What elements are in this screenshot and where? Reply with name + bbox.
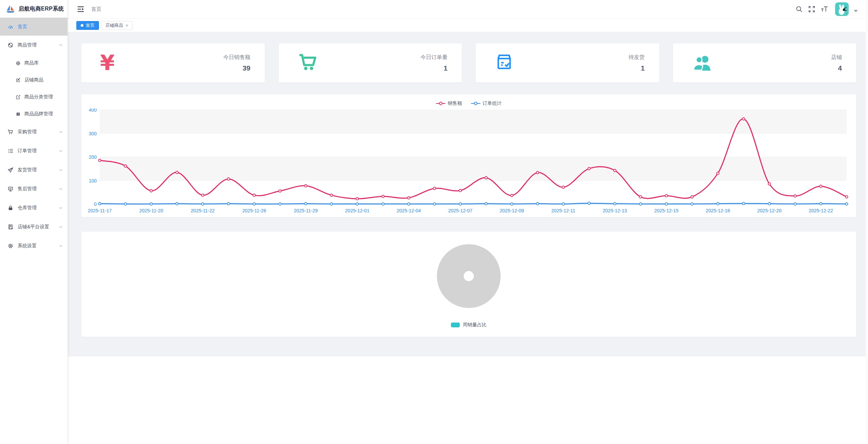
monitor-check-icon <box>7 186 14 192</box>
svg-text:2025-12-13: 2025-12-13 <box>603 208 627 213</box>
stat-card-shops: 店铺 4 <box>673 43 856 82</box>
search-icon[interactable] <box>795 5 803 13</box>
sidebar-section-purchase-management: 采购管理 <box>0 122 67 141</box>
yen-icon: ¥ <box>100 52 122 74</box>
sidebar-item-label: 商品库 <box>24 60 39 66</box>
svg-text:2025-11-22: 2025-11-22 <box>191 208 215 213</box>
week-sales-donut-card: 周销量占比 <box>81 232 856 337</box>
stat-card-value: 1 <box>629 64 645 72</box>
svg-text:2025-11-17: 2025-11-17 <box>88 208 112 213</box>
avatar[interactable] <box>835 2 849 16</box>
week-sales-donut-chart <box>87 232 850 316</box>
stat-card-text: 今日销售额 39 <box>223 54 251 72</box>
chevron-down-icon <box>59 206 63 210</box>
tab-home[interactable]: 首页 <box>76 21 99 30</box>
tab-shop-products[interactable]: 店铺商品× <box>101 21 133 30</box>
tab-label: 店铺商品 <box>105 22 123 28</box>
sidebar-item-aftersale-management[interactable]: 售后管理 <box>0 179 67 198</box>
app-logo: 启航电商ERP系统 <box>0 0 67 18</box>
sidebar-item-label: 商品分类管理 <box>24 94 53 100</box>
breadcrumb[interactable]: 首页 <box>91 6 101 13</box>
sidebar-item-product-management[interactable]: 商品管理 <box>0 36 67 55</box>
sidebar-section-shop-platform-settings: 店铺&平台设置 <box>0 217 67 236</box>
svg-text:0: 0 <box>94 201 97 207</box>
sidebar-submenu-product-management: 商品库 店铺商品 商品分类管理 商品品牌管理 <box>0 55 67 122</box>
stat-card-value: 1 <box>420 64 448 72</box>
topbar: 首页 <box>68 0 868 19</box>
svg-text:2025-12-01: 2025-12-01 <box>345 208 370 213</box>
donut-chart-legend[interactable]: 周销量占比 <box>81 322 856 328</box>
stat-card-text: 今日订单量 1 <box>420 54 448 72</box>
sidebar-item-order-management[interactable]: 订单管理 <box>0 141 67 160</box>
sidebar-item-product-library[interactable]: 商品库 <box>0 55 67 72</box>
chevron-down-icon <box>59 168 63 172</box>
sidebar-item-product-brand-management[interactable]: 商品品牌管理 <box>0 105 67 122</box>
legend-item-sales[interactable]: 销售额 <box>436 100 462 107</box>
tab-bar: 首页店铺商品× <box>68 19 868 32</box>
svg-text:300: 300 <box>89 131 97 136</box>
cart-icon <box>297 52 320 74</box>
stat-card-label: 今日销售额 <box>223 54 251 61</box>
sidebar-section-home: 首页 <box>0 18 67 36</box>
stat-card-label: 今日订单量 <box>420 54 448 61</box>
sidebar-item-shop-products[interactable]: 店铺商品 <box>0 72 67 89</box>
sidebar-section-order-management: 订单管理 <box>0 141 67 160</box>
svg-text:2025-12-11: 2025-12-11 <box>551 208 575 213</box>
stat-card-today-orders: 今日订单量 1 <box>279 43 462 82</box>
sales-orders-line-chart: 01002003004002025-11-172025-11-202025-11… <box>87 109 850 217</box>
buoy-icon <box>16 61 21 66</box>
sidebar-item-warehouse-management[interactable]: 仓库管理 <box>0 198 67 217</box>
sidebar-collapse-icon[interactable] <box>76 5 85 14</box>
gear-icon <box>7 243 14 249</box>
sidebar-item-home[interactable]: 首页 <box>0 18 67 36</box>
sidebar-item-shipping-management[interactable]: 发货管理 <box>0 160 67 179</box>
sidebar-item-purchase-management[interactable]: 采购管理 <box>0 122 67 141</box>
edit-square-icon <box>16 95 21 100</box>
sidebar-item-label: 发货管理 <box>18 167 37 173</box>
sailboat-logo-icon <box>5 4 16 14</box>
svg-text:2025-12-15: 2025-12-15 <box>654 208 678 213</box>
sidebar-item-label: 店铺&平台设置 <box>18 224 49 230</box>
sidebar-menu: 首页 商品管理 商品库 店铺商品 商品分类管理 商品品牌管理 <box>0 18 67 255</box>
parcel-check-icon <box>494 52 517 74</box>
svg-text:2025-12-09: 2025-12-09 <box>500 208 524 213</box>
svg-text:2025-11-29: 2025-11-29 <box>294 208 318 213</box>
tab-close-icon[interactable]: × <box>125 23 128 28</box>
active-tab-dot <box>81 24 83 27</box>
sidebar-item-label: 商品管理 <box>18 42 37 48</box>
legend-item-orders[interactable]: 订单统计 <box>471 100 502 107</box>
sidebar-section-warehouse-management: 仓库管理 <box>0 198 67 217</box>
svg-text:100: 100 <box>89 178 97 184</box>
stat-card-label: 店铺 <box>831 54 842 61</box>
cart-icon <box>7 129 14 135</box>
lock-icon <box>7 205 14 211</box>
legend-label: 销售额 <box>448 100 462 107</box>
svg-text:2025-12-22: 2025-12-22 <box>809 208 833 213</box>
sidebar-item-product-category-management[interactable]: 商品分类管理 <box>0 89 67 105</box>
stat-card-pending-shipment: 待发货 1 <box>476 43 659 82</box>
compose-icon <box>16 78 21 83</box>
sidebar-item-label: 商品品牌管理 <box>24 111 53 117</box>
sidebar-item-label: 系统设置 <box>18 243 37 249</box>
app-title: 启航电商ERP系统 <box>19 5 64 13</box>
donut-legend-swatch <box>451 323 460 327</box>
page-scrollbar[interactable] <box>866 0 868 444</box>
people-icon <box>692 52 714 74</box>
caret-down-icon[interactable] <box>854 10 858 12</box>
stat-card-text: 待发货 1 <box>629 54 645 72</box>
paper-plane-icon <box>7 167 14 173</box>
line-chart-legend: 销售额 订单统计 <box>87 98 850 109</box>
sidebar-item-system-settings[interactable]: 系统设置 <box>0 236 67 255</box>
stat-card-text: 店铺 4 <box>831 54 842 72</box>
svg-text:400: 400 <box>89 109 97 113</box>
sidebar-item-label: 采购管理 <box>18 129 37 135</box>
donut-legend-label: 周销量占比 <box>463 322 487 328</box>
stat-card-today-sales: ¥ 今日销售额 39 <box>81 43 265 82</box>
sales-orders-chart-card: 销售额 订单统计 01002003004002025-11-172025-11-… <box>81 94 856 217</box>
sidebar-item-shop-platform-settings[interactable]: 店铺&平台设置 <box>0 217 67 236</box>
sidebar-item-label: 首页 <box>18 24 27 30</box>
legend-marker <box>436 101 446 105</box>
fullscreen-icon[interactable] <box>808 5 815 13</box>
stat-card-value: 39 <box>223 64 251 72</box>
font-size-icon[interactable] <box>821 5 828 13</box>
